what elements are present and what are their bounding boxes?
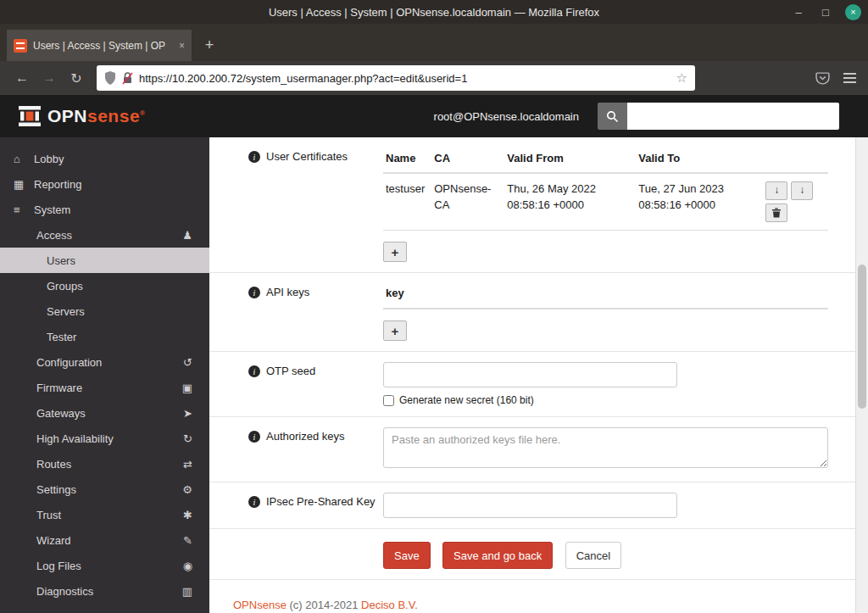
system-icon: ≡ [14, 203, 34, 216]
insecure-lock-icon[interactable] [122, 71, 133, 85]
ipsec-psk-input[interactable] [383, 493, 677, 518]
sidebar-item-reporting[interactable]: ▦Reporting [0, 171, 209, 197]
eye-icon: ◉ [183, 560, 192, 572]
page-viewport: OPNsense® root@OPNsense.localdomain ⌂Lob… [0, 95, 868, 613]
sidebar-item-label: Wizard [36, 534, 70, 547]
maximize-button[interactable]: □ [818, 4, 833, 20]
tracking-shield-icon[interactable] [104, 71, 116, 85]
browser-tab[interactable]: Users | Access | System | OP × [7, 30, 192, 61]
field-label: API keys [248, 283, 383, 341]
sidebar-item-lobby[interactable]: ⌂Lobby [0, 146, 209, 171]
info-icon[interactable] [248, 287, 260, 298]
sidebar-item-firmware[interactable]: Firmware▣ [0, 375, 209, 400]
sidebar-item-label: Diagnostics [36, 585, 93, 598]
sidebar-item-log-files[interactable]: Log Files◉ [0, 553, 209, 578]
add-api-key-button[interactable]: + [383, 320, 407, 341]
firmware-icon: ▣ [182, 382, 192, 394]
sidebar-item-configuration[interactable]: Configuration↺ [0, 349, 209, 375]
sidebar-item-label: System [34, 203, 70, 216]
menu-icon[interactable] [843, 73, 856, 83]
add-certificate-button[interactable]: + [383, 242, 407, 262]
routes-icon: ⇄ [183, 458, 192, 471]
delete-certificate-button[interactable] [765, 203, 787, 222]
window-title: Users | Access | System | OPNsense.local… [0, 6, 868, 19]
diagnostics-icon: ▥ [182, 585, 192, 598]
forward-icon[interactable]: → [36, 65, 63, 91]
dashboard-icon: ⌂ [14, 153, 34, 165]
sidebar-item-label: Gateways [36, 407, 86, 420]
otp-seed-row: OTP seed Generate new secret (160 bit) [209, 352, 855, 417]
sidebar-item-label: Groups [47, 280, 83, 293]
info-icon[interactable] [248, 151, 260, 163]
sidebar-item-users[interactable]: Users [0, 248, 209, 273]
logged-in-user: root@OPNsense.localdomain [434, 110, 598, 123]
sidebar-item-settings[interactable]: Settings⚙ [0, 476, 209, 502]
sidebar-item-label: High Availability [36, 432, 114, 445]
bookmark-star-icon[interactable]: ☆ [676, 70, 687, 86]
sidebar-item-label: Servers [47, 305, 85, 318]
api-keys-row: API keys key + [209, 273, 855, 352]
sidebar-item-label: Tester [47, 331, 76, 343]
sidebar-item-gateways[interactable]: Gateways➤ [0, 400, 209, 426]
scrollbar-track[interactable] [855, 137, 868, 613]
otp-seed-input[interactable] [383, 362, 677, 387]
column-header: Valid From [504, 148, 636, 173]
users-group-icon: ♟ [182, 229, 192, 242]
save-and-go-back-button[interactable]: Save and go back [442, 542, 553, 569]
generate-secret-label: Generate new secret (160 bit) [399, 394, 534, 406]
sidebar-item-label: Firmware [36, 382, 82, 394]
field-control: key + [383, 283, 828, 341]
user-certificates-table: Name CA Valid From Valid To testuser OPN… [383, 148, 828, 231]
new-tab-button[interactable]: + [197, 32, 222, 58]
field-control [383, 493, 828, 518]
tab-close-icon[interactable]: × [179, 40, 185, 52]
logo-registered-mark: ® [140, 109, 145, 117]
info-icon[interactable] [248, 365, 260, 377]
search-input[interactable] [627, 103, 839, 130]
export-key-button[interactable]: ↓ [791, 181, 813, 200]
sidebar-item-system[interactable]: ≡System [0, 197, 209, 222]
export-certificate-button[interactable]: ↓ [765, 181, 787, 200]
url-bar[interactable]: https://10.200.200.72/system_usermanager… [97, 65, 695, 91]
sidebar-item-label: Log Files [36, 560, 81, 572]
sidebar-item-label: Trust [36, 509, 61, 521]
sidebar-item-tester[interactable]: Tester [0, 324, 209, 349]
pocket-icon[interactable] [815, 71, 830, 86]
sidebar-item-diagnostics[interactable]: Diagnostics▥ [0, 578, 209, 604]
certificate-seal-icon: ✱ [183, 509, 192, 521]
sidebar-item-label: Users [47, 254, 75, 267]
close-button[interactable]: × [845, 4, 861, 20]
url-text: https://10.200.200.72/system_usermanager… [139, 72, 670, 85]
field-label-text: API keys [266, 286, 309, 300]
sidebar-item-trust[interactable]: Trust✱ [0, 502, 209, 527]
generate-secret-checkbox[interactable] [383, 395, 394, 406]
back-icon[interactable]: ← [8, 65, 36, 91]
sidebar-item-label: Reporting [34, 178, 81, 191]
sidebar-item-groups[interactable]: Groups [0, 273, 209, 298]
sidebar-item-access[interactable]: Access♟ [0, 222, 209, 248]
sidebar-item-high-availability[interactable]: High Availability↻ [0, 426, 209, 451]
cancel-button[interactable]: Cancel [565, 542, 621, 569]
info-icon[interactable] [248, 496, 260, 508]
info-icon[interactable] [248, 431, 260, 443]
save-button[interactable]: Save [383, 542, 431, 569]
sidebar-item-routes[interactable]: Routes⇄ [0, 451, 209, 476]
field-control [383, 427, 828, 471]
column-header: CA [431, 148, 504, 173]
deciso-link[interactable]: Deciso B.V. [361, 599, 418, 611]
opnsense-link[interactable]: OPNsense [233, 599, 287, 611]
tab-title: Users | Access | System | OP [33, 40, 173, 52]
reload-icon[interactable]: ↻ [63, 65, 90, 91]
download-icon: ↓ [799, 183, 804, 198]
minimize-button[interactable]: – [791, 4, 806, 20]
authorized-keys-textarea[interactable] [383, 427, 828, 468]
field-control: Generate new secret (160 bit) [383, 362, 828, 406]
wand-icon: ✎ [183, 534, 192, 547]
field-label-spacer [248, 539, 383, 569]
opnsense-logo[interactable]: OPNsense® [17, 103, 145, 129]
scrollbar-thumb[interactable] [858, 265, 866, 409]
sidebar-item-servers[interactable]: Servers [0, 298, 209, 324]
search-button[interactable] [598, 103, 627, 130]
sidebar-item-wizard[interactable]: Wizard✎ [0, 527, 209, 553]
authorized-keys-row: Authorized keys [209, 417, 855, 482]
